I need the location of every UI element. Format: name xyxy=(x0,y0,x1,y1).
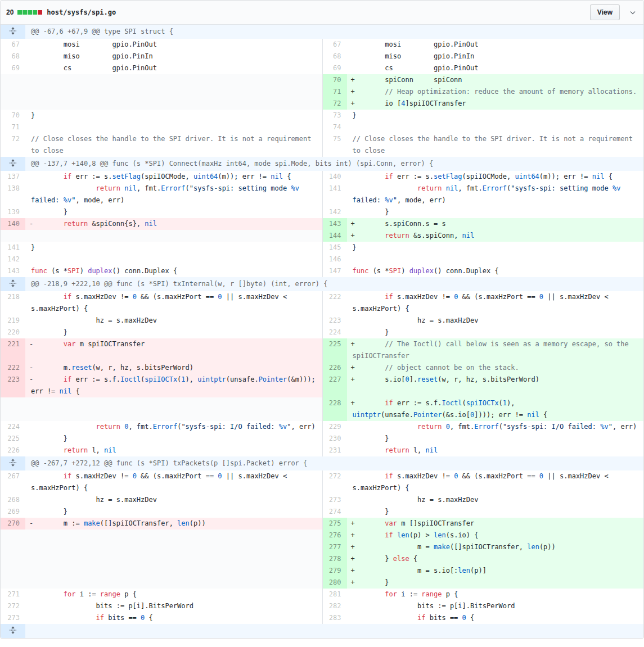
line-number[interactable]: 277 xyxy=(322,541,347,553)
line-number[interactable]: 67 xyxy=(322,39,347,51)
empty-gutter xyxy=(1,530,25,541)
line-number[interactable]: 272 xyxy=(322,470,347,494)
line-number[interactable]: 141 xyxy=(322,183,347,206)
diff-row: 144+ return &s.spiConn, nil xyxy=(1,230,643,242)
line-number[interactable]: 272 xyxy=(1,600,25,612)
code-line: } xyxy=(347,433,644,445)
line-number[interactable]: 145 xyxy=(322,242,347,254)
line-number[interactable]: 70 xyxy=(1,110,25,121)
line-number[interactable]: 269 xyxy=(1,506,25,518)
line-number[interactable]: 226 xyxy=(1,445,25,456)
code-line: - m := make([]spiIOCTransfer, len(p)) xyxy=(25,518,322,530)
expand-hunk-button[interactable] xyxy=(1,25,25,39)
line-number[interactable]: 231 xyxy=(322,445,347,456)
line-number[interactable]: 281 xyxy=(322,589,347,600)
line-number[interactable]: 142 xyxy=(322,206,347,218)
code-line: bits := p[i].BitsPerWord xyxy=(347,600,644,612)
diff-row: 218 if s.maxHzDev != 0 && (s.maxHzPort =… xyxy=(1,291,643,315)
diff-row: 72+ io [4]spiIOCTransfer xyxy=(1,98,643,110)
line-number[interactable]: 228 xyxy=(322,397,347,421)
diff-row: 269 }274 } xyxy=(1,506,643,518)
line-number[interactable]: 222 xyxy=(322,291,347,315)
line-number[interactable]: 283 xyxy=(322,612,347,624)
expand-hunk-button[interactable] xyxy=(1,456,25,470)
collapse-file-button[interactable] xyxy=(628,8,638,16)
line-number[interactable]: 138 xyxy=(1,183,25,206)
line-number[interactable]: 273 xyxy=(1,612,25,624)
line-number[interactable]: 271 xyxy=(1,589,25,600)
line-number[interactable]: 226 xyxy=(322,362,347,374)
line-number[interactable]: 270 xyxy=(1,518,25,530)
line-number[interactable]: 224 xyxy=(322,327,347,338)
diffstat-square-addition xyxy=(28,10,32,15)
expand-hunk-button[interactable] xyxy=(1,157,25,171)
line-number[interactable]: 72 xyxy=(322,98,347,110)
expand-hunk-button[interactable] xyxy=(1,277,25,291)
line-number[interactable]: 268 xyxy=(1,494,25,506)
line-number[interactable]: 267 xyxy=(1,470,25,494)
line-number[interactable]: 74 xyxy=(322,121,347,133)
line-number[interactable]: 219 xyxy=(1,315,25,327)
line-number[interactable]: 144 xyxy=(322,230,347,242)
line-number[interactable]: 218 xyxy=(1,291,25,315)
line-number[interactable]: 69 xyxy=(322,62,347,74)
line-number[interactable]: 140 xyxy=(322,171,347,183)
diff-marker: - xyxy=(29,218,33,230)
line-number[interactable]: 230 xyxy=(322,433,347,445)
line-number[interactable]: 274 xyxy=(322,506,347,518)
line-number[interactable]: 275 xyxy=(322,518,347,530)
diff-row: 222- m.reset(w, r, hz, s.bitsPerWord)226… xyxy=(1,362,643,374)
line-number[interactable]: 69 xyxy=(1,62,25,74)
hunk-row: @@ -137,7 +140,8 @@ func (s *SPI) Connec… xyxy=(1,157,643,171)
code-line: } xyxy=(25,433,322,445)
line-number[interactable]: 71 xyxy=(1,121,25,133)
line-number[interactable]: 140 xyxy=(1,218,25,230)
code-line: cs gpio.PinOut xyxy=(25,62,322,74)
line-number[interactable]: 143 xyxy=(322,218,347,230)
line-number[interactable]: 225 xyxy=(322,338,347,362)
line-number[interactable]: 143 xyxy=(1,265,25,277)
hunk-row: @@ -267,7 +272,12 @@ func (s *SPI) txPac… xyxy=(1,456,643,470)
line-number[interactable]: 71 xyxy=(322,86,347,98)
line-number[interactable]: 73 xyxy=(322,110,347,121)
line-number[interactable]: 280 xyxy=(322,577,347,589)
line-number[interactable]: 141 xyxy=(1,242,25,254)
line-number[interactable]: 227 xyxy=(322,374,347,397)
diff-marker: + xyxy=(351,230,355,242)
line-number[interactable]: 225 xyxy=(1,433,25,445)
line-number[interactable]: 70 xyxy=(322,74,347,86)
hunk-header: @@ -267,7 +272,12 @@ func (s *SPI) txPac… xyxy=(25,456,643,470)
file-path[interactable]: host/sysfs/spi.go xyxy=(47,8,116,16)
code-line xyxy=(25,121,322,133)
line-number[interactable]: 139 xyxy=(1,206,25,218)
code-line: mosi gpio.PinOut xyxy=(347,39,644,51)
empty-code-cell xyxy=(25,86,322,98)
line-number[interactable]: 75 xyxy=(322,133,347,157)
diff-row: 137 if err := s.setFlag(spiIOCMode, uint… xyxy=(1,171,643,183)
line-number[interactable]: 137 xyxy=(1,171,25,183)
expand-hunk-button[interactable] xyxy=(1,624,25,638)
line-number[interactable]: 68 xyxy=(322,51,347,62)
line-number[interactable]: 278 xyxy=(322,553,347,565)
line-number[interactable]: 146 xyxy=(322,254,347,265)
line-number[interactable]: 142 xyxy=(1,254,25,265)
line-number[interactable]: 279 xyxy=(322,565,347,577)
line-number[interactable]: 223 xyxy=(1,374,25,397)
line-number[interactable]: 223 xyxy=(322,315,347,327)
line-number[interactable]: 72 xyxy=(1,133,25,157)
line-number[interactable]: 276 xyxy=(322,530,347,541)
line-number[interactable]: 220 xyxy=(1,327,25,338)
line-number[interactable]: 224 xyxy=(1,421,25,433)
line-number[interactable]: 273 xyxy=(322,494,347,506)
line-number[interactable]: 229 xyxy=(322,421,347,433)
line-number[interactable]: 282 xyxy=(322,600,347,612)
diff-marker: + xyxy=(351,86,355,98)
line-number[interactable]: 221 xyxy=(1,338,25,362)
view-button[interactable]: View xyxy=(590,4,620,20)
line-number[interactable]: 67 xyxy=(1,39,25,51)
line-number[interactable]: 222 xyxy=(1,362,25,374)
line-number[interactable]: 147 xyxy=(322,265,347,277)
diff-marker: + xyxy=(351,74,355,86)
line-number[interactable]: 68 xyxy=(1,51,25,62)
code-line: return 0, fmt.Errorf("sysfs-spi: I/O fai… xyxy=(347,421,644,433)
